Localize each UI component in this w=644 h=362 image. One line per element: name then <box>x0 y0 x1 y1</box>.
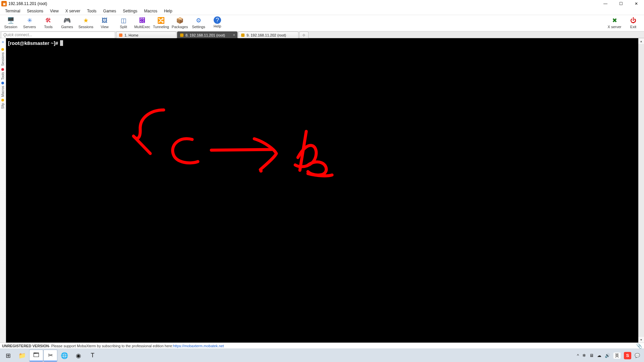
sidebar-item-sessions[interactable]: Sessions <box>1 48 5 66</box>
tool-split-label: Split <box>114 25 133 29</box>
tab-home[interactable]: 1. Home <box>116 32 176 38</box>
ime-indicator[interactable]: 英 <box>613 353 621 359</box>
tab-t201[interactable]: 8. 192.168.11.201 (root)× <box>177 32 237 38</box>
terminal-view[interactable]: [root@k8smaster ~]# ▴ ▾ <box>6 38 644 343</box>
window-title: 192.168.11.201 (root) <box>8 1 47 6</box>
minimize-button[interactable]: — <box>598 0 613 7</box>
tool-help[interactable]: ?Help <box>208 16 227 29</box>
tab-t202[interactable]: 9. 192.168.11.202 (root) <box>238 32 299 38</box>
tray-icon-3[interactable]: ☁ <box>597 353 601 358</box>
tab-strip: Quick connect... 1. Home8. 192.168.11.20… <box>0 32 644 38</box>
scroll-up-icon[interactable]: ▴ <box>638 38 644 44</box>
tool-session-label: Session <box>1 25 20 29</box>
quick-connect-input[interactable]: Quick connect... <box>1 32 115 38</box>
tab-t201-label: 8. 192.168.11.201 (root) <box>185 33 225 37</box>
scroll-track[interactable] <box>638 44 644 337</box>
tool-packages[interactable]: 📦Packages <box>170 16 189 29</box>
tunneling-icon: 🔀 <box>157 16 165 24</box>
sidebar-item-sessions-label: Sessions <box>1 52 5 66</box>
menu-settings[interactable]: Settings <box>119 8 141 14</box>
window-titlebar: ▣ 192.168.11.201 (root) — ☐ ✕ <box>0 0 644 7</box>
home-icon <box>119 34 122 37</box>
app-icon: ▣ <box>1 1 7 6</box>
menu-xserver[interactable]: X server <box>62 8 84 14</box>
sftp-icon <box>2 99 4 102</box>
taskbar-app-text[interactable]: T <box>86 350 99 361</box>
taskbar-app-start[interactable]: ⊞ <box>1 350 15 361</box>
tab-t202-label: 9. 192.168.11.202 (root) <box>247 33 286 37</box>
taskbar-app-chrome[interactable]: ◉ <box>72 350 85 361</box>
scroll-down-icon[interactable]: ▾ <box>638 337 644 343</box>
terminal-cursor <box>60 40 63 46</box>
left-sidebar[interactable]: » SessionsToolsMacrosSftp <box>0 38 6 343</box>
tray-icon-1[interactable]: ❄ <box>582 353 586 358</box>
tool-help-label: Help <box>208 24 227 28</box>
session-icon: 🖥️ <box>7 16 15 24</box>
tool-xserver-label: X server <box>605 25 624 29</box>
tool-session[interactable]: 🖥️Session <box>1 16 20 29</box>
view-icon: 🖼 <box>101 16 109 24</box>
terminal-scrollbar[interactable]: ▴ ▾ <box>638 38 644 343</box>
attachment-icon[interactable]: 📎 <box>636 343 642 349</box>
tool-settings-label: Settings <box>189 25 208 29</box>
menu-macros[interactable]: Macros <box>141 8 161 14</box>
maximize-button[interactable]: ☐ <box>613 0 629 7</box>
tool-sessions[interactable]: ★Sessions <box>76 16 95 29</box>
sidebar-expand-icon[interactable]: » <box>2 40 4 44</box>
tool-xserver[interactable]: ✖X server <box>605 16 624 29</box>
tool-servers[interactable]: ✳Servers <box>20 16 39 29</box>
menu-view[interactable]: View <box>47 8 62 14</box>
servers-icon: ✳ <box>25 16 34 24</box>
split-icon: ◫ <box>119 16 127 24</box>
tool-exit-label: Exit <box>624 25 643 29</box>
tool-view[interactable]: 🖼View <box>95 16 114 29</box>
tool-split[interactable]: ◫Split <box>114 16 133 29</box>
packages-icon: 📦 <box>176 16 184 24</box>
tray-icon-4[interactable]: 🔊 <box>605 353 610 358</box>
system-tray[interactable]: ^ ❄ 🖥 ☁ 🔊 英 S 💬 <box>577 352 643 359</box>
menu-terminal[interactable]: Terminal <box>2 8 23 14</box>
tool-settings[interactable]: ⚙Settings <box>189 16 208 29</box>
tool-multiexec-label: MultiExec <box>133 25 152 29</box>
tray-chevron-icon[interactable]: ^ <box>577 353 579 358</box>
menu-sessions[interactable]: Sessions <box>23 8 47 14</box>
tool-servers-label: Servers <box>20 25 39 29</box>
taskbar-app-vm[interactable]: 🗔 <box>30 350 43 361</box>
taskbar-app-edge[interactable]: 🌐 <box>58 350 71 361</box>
tool-games[interactable]: 🎮Games <box>58 16 76 29</box>
help-icon: ? <box>214 16 221 24</box>
annotation-overlay <box>6 38 489 273</box>
menu-games[interactable]: Games <box>100 8 120 14</box>
tool-sessions-label: Sessions <box>76 25 95 29</box>
menu-bar: Terminal Sessions View X server Tools Ga… <box>0 7 644 15</box>
terminal-icon <box>180 34 183 37</box>
tool-tools[interactable]: 🛠Tools <box>39 16 58 29</box>
tool-multiexec[interactable]: ⵬MultiExec <box>133 16 152 29</box>
taskbar-app-snip[interactable]: ✂ <box>44 350 57 361</box>
tools-icon: 🛠 <box>44 16 52 24</box>
multiexec-icon: ⵬ <box>138 16 146 24</box>
tray-icon-2[interactable]: 🖥 <box>589 353 594 358</box>
sessions-icon: ★ <box>82 16 90 24</box>
macros-icon <box>2 82 4 84</box>
settings-icon: ⚙ <box>195 16 203 24</box>
tool-packages-label: Packages <box>170 25 189 29</box>
status-link[interactable]: https://mobaxterm.mobatek.net <box>173 344 224 348</box>
status-unregistered: UNREGISTERED VERSION <box>2 344 49 348</box>
sogou-ime-icon[interactable]: S <box>624 352 631 359</box>
notifications-icon[interactable]: 💬 <box>635 353 640 358</box>
tool-tunneling[interactable]: 🔀Tunneling <box>152 16 170 29</box>
sidebar-item-tools[interactable]: Tools <box>1 68 5 80</box>
tab-new[interactable]: ✧ <box>299 32 309 38</box>
close-button[interactable]: ✕ <box>629 0 644 7</box>
tool-exit[interactable]: ⏻Exit <box>624 16 643 29</box>
sidebar-item-macros[interactable]: Macros <box>1 82 5 97</box>
tab-close-icon[interactable]: × <box>233 33 235 37</box>
sidebar-item-macros-label: Macros <box>1 86 5 97</box>
taskbar-app-explorer[interactable]: 📁 <box>15 350 29 361</box>
sidebar-item-sftp[interactable]: Sftp <box>1 99 5 109</box>
menu-tools[interactable]: Tools <box>84 8 100 14</box>
sidebar-item-tools-label: Tools <box>1 72 5 80</box>
svg-point-0 <box>259 169 263 173</box>
menu-help[interactable]: Help <box>161 8 176 14</box>
